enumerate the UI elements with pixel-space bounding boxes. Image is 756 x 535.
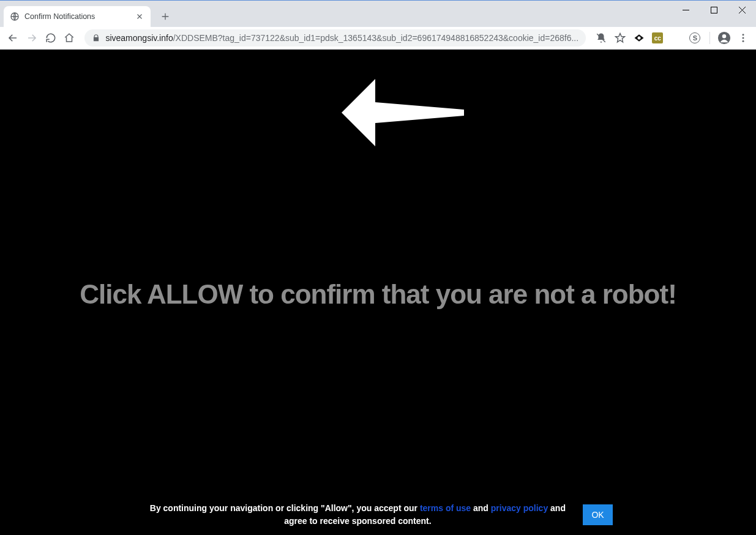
minimize-button[interactable]	[672, 1, 700, 19]
consent-prefix: By continuing your navigation or clickin…	[150, 503, 420, 513]
svg-point-5	[742, 37, 744, 39]
lock-icon	[92, 34, 100, 42]
terms-of-use-link[interactable]: terms of use	[420, 503, 471, 513]
tab-close-icon[interactable]	[135, 12, 144, 21]
maximize-button[interactable]	[700, 1, 728, 19]
consent-text: By continuing your navigation or clickin…	[143, 502, 572, 528]
svg-point-3	[722, 34, 726, 38]
home-button[interactable]	[61, 29, 78, 47]
extension-eye-icon[interactable]	[631, 29, 647, 47]
page-content: Click ALLOW to confirm that you are not …	[0, 50, 756, 535]
browser-window: Confirm Notifications	[0, 0, 756, 535]
privacy-policy-link[interactable]: privacy policy	[491, 503, 548, 513]
ok-button[interactable]: OK	[583, 504, 612, 525]
consent-and: and	[471, 503, 491, 513]
toolbar-separator	[709, 32, 710, 44]
close-window-button[interactable]	[728, 1, 756, 19]
bookmark-star-icon[interactable]	[612, 29, 629, 47]
new-tab-button[interactable]	[157, 8, 174, 25]
profile-button[interactable]	[716, 29, 733, 47]
address-bar[interactable]: siveamongsiv.info/XDDSEMB?tag_id=737122&…	[84, 29, 586, 47]
tab-active[interactable]: Confirm Notifications	[4, 6, 151, 27]
url-host: siveamongsiv.info	[105, 33, 173, 43]
consent-footer: By continuing your navigation or clickin…	[0, 502, 756, 528]
url-text: siveamongsiv.info/XDDSEMB?tag_id=737122&…	[105, 33, 578, 43]
arrow-left-icon	[342, 79, 464, 161]
extension-s-icon[interactable]: S	[687, 29, 703, 47]
svg-rect-1	[711, 7, 717, 13]
globe-icon	[10, 12, 20, 21]
svg-point-4	[742, 34, 744, 36]
tab-title: Confirm Notifications	[24, 12, 130, 21]
notifications-muted-icon[interactable]	[593, 29, 610, 47]
window-controls	[672, 1, 756, 27]
reload-button[interactable]	[42, 29, 59, 47]
back-button[interactable]	[5, 29, 21, 47]
forward-button[interactable]	[24, 29, 40, 47]
extension-cc-icon[interactable]: cc	[649, 29, 666, 47]
tab-strip: Confirm Notifications	[0, 1, 672, 27]
titlebar: Confirm Notifications	[0, 0, 756, 27]
svg-marker-7	[342, 79, 464, 146]
url-path: /XDDSEMB?tag_id=737122&sub_id1=pdsk_1365…	[173, 33, 578, 43]
svg-point-6	[742, 40, 744, 42]
menu-button[interactable]	[735, 29, 751, 47]
page-headline: Click ALLOW to confirm that you are not …	[0, 279, 756, 310]
toolbar: siveamongsiv.info/XDDSEMB?tag_id=737122&…	[0, 27, 756, 50]
